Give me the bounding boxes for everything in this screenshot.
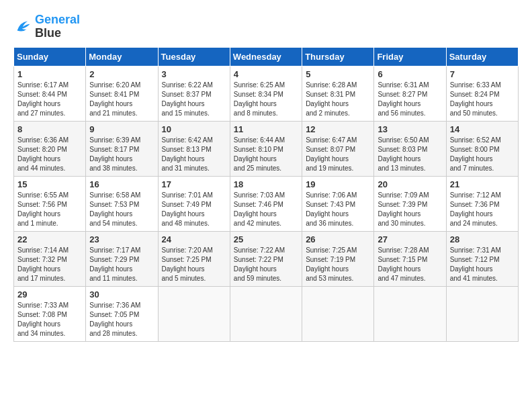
calendar-cell: 12Sunrise: 6:47 AMSunset: 8:07 PMDayligh… [302,121,374,176]
day-info: Sunrise: 7:20 AMSunset: 7:25 PMDaylight … [162,246,226,283]
day-number: 17 [162,179,226,189]
day-number: 20 [378,179,442,189]
day-info: Sunrise: 7:14 AMSunset: 7:32 PMDaylight … [17,246,82,283]
calendar-week-row: 15Sunrise: 6:55 AMSunset: 7:56 PMDayligh… [14,176,519,231]
calendar-cell: 28Sunrise: 7:31 AMSunset: 7:12 PMDayligh… [446,231,518,286]
day-info: Sunrise: 6:47 AMSunset: 8:07 PMDaylight … [306,136,370,173]
calendar-cell: 22Sunrise: 7:14 AMSunset: 7:32 PMDayligh… [14,231,86,286]
day-info: Sunrise: 6:42 AMSunset: 8:13 PMDaylight … [162,136,226,173]
day-of-week-header: Sunday [14,47,86,66]
calendar-cell: 26Sunrise: 7:25 AMSunset: 7:19 PMDayligh… [302,231,374,286]
calendar-cell: 8Sunrise: 6:36 AMSunset: 8:20 PMDaylight… [14,121,86,176]
day-number: 23 [89,234,154,244]
calendar-cell: 21Sunrise: 7:12 AMSunset: 7:36 PMDayligh… [446,176,518,231]
day-number: 26 [306,234,370,244]
calendar-cell: 14Sunrise: 6:52 AMSunset: 8:00 PMDayligh… [446,121,518,176]
day-info: Sunrise: 6:50 AMSunset: 8:03 PMDaylight … [378,136,442,173]
day-number: 29 [17,289,82,300]
day-of-week-header: Monday [86,47,158,66]
calendar-cell: 13Sunrise: 6:50 AMSunset: 8:03 PMDayligh… [374,121,446,176]
day-info: Sunrise: 6:33 AMSunset: 8:24 PMDaylight … [450,81,515,118]
day-info: Sunrise: 7:22 AMSunset: 7:22 PMDaylight … [234,246,298,283]
logo: General Blue [13,13,80,40]
day-number: 24 [162,234,226,244]
calendar-cell [446,286,518,341]
day-info: Sunrise: 7:36 AMSunset: 7:05 PMDaylight … [89,301,154,338]
day-number: 2 [89,69,154,79]
day-number: 12 [306,124,370,134]
day-number: 19 [306,179,370,189]
day-info: Sunrise: 6:28 AMSunset: 8:31 PMDaylight … [306,81,370,118]
logo-text: General Blue [35,13,80,40]
calendar-week-row: 8Sunrise: 6:36 AMSunset: 8:20 PMDaylight… [14,121,519,176]
calendar-cell: 3Sunrise: 6:22 AMSunset: 8:37 PMDaylight… [158,66,230,121]
day-info: Sunrise: 7:12 AMSunset: 7:36 PMDaylight … [450,191,515,228]
day-number: 11 [234,124,298,134]
calendar-cell: 10Sunrise: 6:42 AMSunset: 8:13 PMDayligh… [158,121,230,176]
calendar-cell: 4Sunrise: 6:25 AMSunset: 8:34 PMDaylight… [230,66,302,121]
day-info: Sunrise: 6:52 AMSunset: 8:00 PMDaylight … [450,136,515,173]
day-number: 30 [89,289,154,300]
calendar-cell: 9Sunrise: 6:39 AMSunset: 8:17 PMDaylight… [86,121,158,176]
day-number: 10 [162,124,226,134]
calendar-cell: 11Sunrise: 6:44 AMSunset: 8:10 PMDayligh… [230,121,302,176]
day-of-week-header: Thursday [302,47,374,66]
calendar-cell: 24Sunrise: 7:20 AMSunset: 7:25 PMDayligh… [158,231,230,286]
day-number: 27 [378,234,442,244]
day-number: 5 [306,69,370,79]
calendar-cell: 2Sunrise: 6:20 AMSunset: 8:41 PMDaylight… [86,66,158,121]
calendar-cell: 16Sunrise: 6:58 AMSunset: 7:53 PMDayligh… [86,176,158,231]
day-of-week-header: Saturday [446,47,518,66]
calendar-cell: 30Sunrise: 7:36 AMSunset: 7:05 PMDayligh… [86,286,158,341]
calendar-cell: 18Sunrise: 7:03 AMSunset: 7:46 PMDayligh… [230,176,302,231]
calendar-week-row: 1Sunrise: 6:17 AMSunset: 8:44 PMDaylight… [14,66,519,121]
day-number: 1 [17,69,82,79]
calendar-cell: 5Sunrise: 6:28 AMSunset: 8:31 PMDaylight… [302,66,374,121]
day-info: Sunrise: 7:28 AMSunset: 7:15 PMDaylight … [378,246,442,283]
day-info: Sunrise: 7:03 AMSunset: 7:46 PMDaylight … [234,191,298,228]
day-info: Sunrise: 7:06 AMSunset: 7:43 PMDaylight … [306,191,370,228]
day-of-week-header: Tuesday [158,47,230,66]
day-info: Sunrise: 7:31 AMSunset: 7:12 PMDaylight … [450,246,515,283]
day-number: 21 [450,179,515,189]
calendar-table: SundayMondayTuesdayWednesdayThursdayFrid… [13,47,519,342]
day-number: 22 [17,234,82,244]
day-info: Sunrise: 6:22 AMSunset: 8:37 PMDaylight … [162,81,226,118]
day-info: Sunrise: 7:33 AMSunset: 7:08 PMDaylight … [17,301,82,338]
day-info: Sunrise: 6:17 AMSunset: 8:44 PMDaylight … [17,81,82,118]
day-number: 15 [17,179,82,189]
day-number: 9 [89,124,154,134]
calendar-cell: 7Sunrise: 6:33 AMSunset: 8:24 PMDaylight… [446,66,518,121]
day-number: 4 [234,69,298,79]
calendar-cell: 15Sunrise: 6:55 AMSunset: 7:56 PMDayligh… [14,176,86,231]
day-info: Sunrise: 6:25 AMSunset: 8:34 PMDaylight … [234,81,298,118]
day-info: Sunrise: 7:01 AMSunset: 7:49 PMDaylight … [162,191,226,228]
page-header: General Blue [13,13,519,40]
day-info: Sunrise: 6:58 AMSunset: 7:53 PMDaylight … [89,191,154,228]
calendar-week-row: 29Sunrise: 7:33 AMSunset: 7:08 PMDayligh… [14,286,519,341]
calendar-cell: 17Sunrise: 7:01 AMSunset: 7:49 PMDayligh… [158,176,230,231]
calendar-cell [374,286,446,341]
calendar-cell [230,286,302,341]
calendar-cell: 19Sunrise: 7:06 AMSunset: 7:43 PMDayligh… [302,176,374,231]
day-number: 25 [234,234,298,244]
day-info: Sunrise: 6:44 AMSunset: 8:10 PMDaylight … [234,136,298,173]
calendar-cell: 6Sunrise: 6:31 AMSunset: 8:27 PMDaylight… [374,66,446,121]
day-of-week-header: Friday [374,47,446,66]
day-info: Sunrise: 6:55 AMSunset: 7:56 PMDaylight … [17,191,82,228]
day-info: Sunrise: 7:09 AMSunset: 7:39 PMDaylight … [378,191,442,228]
day-info: Sunrise: 6:39 AMSunset: 8:17 PMDaylight … [89,136,154,173]
day-number: 16 [89,179,154,189]
calendar-cell [158,286,230,341]
calendar-week-row: 22Sunrise: 7:14 AMSunset: 7:32 PMDayligh… [14,231,519,286]
calendar-cell: 1Sunrise: 6:17 AMSunset: 8:44 PMDaylight… [14,66,86,121]
day-number: 28 [450,234,515,244]
day-info: Sunrise: 6:31 AMSunset: 8:27 PMDaylight … [378,81,442,118]
calendar-header-row: SundayMondayTuesdayWednesdayThursdayFrid… [14,47,519,66]
day-number: 6 [378,69,442,79]
day-info: Sunrise: 6:36 AMSunset: 8:20 PMDaylight … [17,136,82,173]
logo-icon [13,17,32,36]
day-number: 14 [450,124,515,134]
day-number: 7 [450,69,515,79]
calendar-cell: 23Sunrise: 7:17 AMSunset: 7:29 PMDayligh… [86,231,158,286]
